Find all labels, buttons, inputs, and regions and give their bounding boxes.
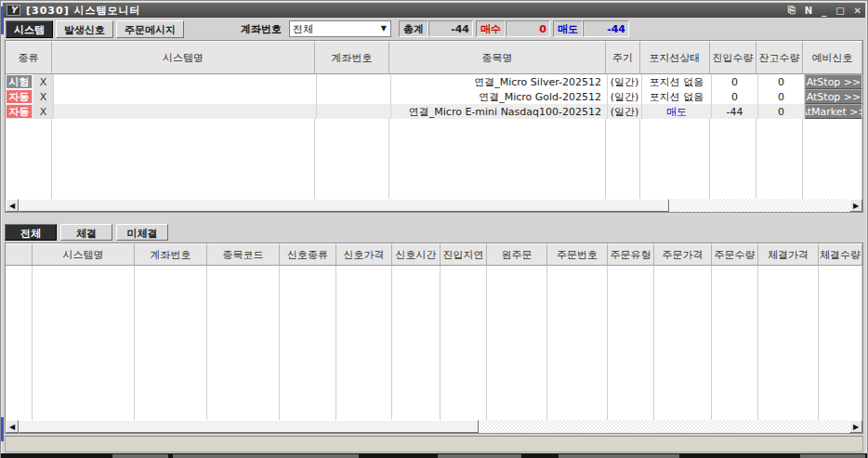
- reserve-signal-button[interactable]: AtMarket >>: [805, 104, 862, 119]
- cell-period: (일간): [608, 74, 642, 89]
- col-system-name[interactable]: 시스템명: [33, 243, 135, 266]
- col-signal-kind[interactable]: 신호종류: [280, 243, 336, 266]
- account-select-value: 전체: [293, 22, 313, 36]
- cell-system-name: [54, 74, 317, 89]
- empty-grid-area: [6, 119, 862, 199]
- popout-icon[interactable]: ⎘: [788, 5, 796, 16]
- col-type[interactable]: 종류: [6, 41, 52, 74]
- col-symbol-code[interactable]: 종목코드: [207, 243, 280, 266]
- scroll-left-icon[interactable]: ◀: [6, 420, 19, 433]
- col-signal-time[interactable]: 신호시간: [392, 243, 441, 266]
- cell-period: (일간): [608, 89, 642, 104]
- buy-label: 매수: [476, 20, 506, 37]
- cell-account: [317, 74, 391, 89]
- background-window-sliver: [1, 7, 4, 34]
- system-table-header: 종류 시스템명 계좌번호 종목명 주기 포지션상태 진입수량 잔고수량 예비신호: [6, 41, 862, 74]
- col-order-price[interactable]: 주문가격: [654, 243, 712, 266]
- col-account[interactable]: 계좌번호: [135, 243, 207, 266]
- col-system-name[interactable]: 시스템명: [52, 41, 315, 74]
- close-icon[interactable]: ✕: [854, 6, 861, 16]
- scroll-right-icon[interactable]: ▶: [849, 420, 862, 433]
- order-table: 시스템명 계좌번호 종목코드 신호종류 신호가격 신호시간 진입지연 원주문 주…: [5, 242, 863, 434]
- cell-symbol: 연결_Micro Gold-202512: [391, 89, 608, 104]
- cell-entry-qty: -44: [712, 104, 758, 119]
- window-title: [3030] 시스템모니터: [26, 4, 141, 18]
- cell-account: [317, 89, 391, 104]
- col-fill-qty[interactable]: 체결수량: [819, 243, 862, 266]
- sell-value: -44: [583, 20, 629, 37]
- tab-unfilled[interactable]: 미체결: [116, 224, 168, 241]
- col-original-order[interactable]: 원주문: [487, 243, 547, 266]
- cell-system-name: [54, 104, 317, 119]
- reserve-signal-button[interactable]: AtStop >>: [805, 74, 862, 89]
- table-row[interactable]: 자동 X 연결_Micro E-mini Nasdaq100-202512 (일…: [6, 104, 862, 119]
- tab-all-orders[interactable]: 전체: [5, 224, 57, 241]
- table-row[interactable]: 자동 X 연결_Micro Gold-202512 (일간) 포지션 없음 0 …: [6, 89, 862, 104]
- system-table: 종류 시스템명 계좌번호 종목명 주기 포지션상태 진입수량 잔고수량 예비신호…: [5, 40, 863, 213]
- titlebar[interactable]: Y [3030] 시스템모니터 ⎘ N _ □ ✕: [3, 3, 865, 18]
- cell-position-state: 포지션 없음: [642, 74, 712, 89]
- col-account[interactable]: 계좌번호: [315, 41, 389, 74]
- row-close-button[interactable]: X: [33, 74, 54, 89]
- tab-order-messages[interactable]: 주문메시지: [116, 20, 184, 38]
- col-order-type[interactable]: 주문유형: [608, 243, 654, 266]
- row-close-button[interactable]: X: [33, 104, 54, 119]
- col-fill-price[interactable]: 체결가격: [758, 243, 819, 266]
- cell-balance-qty: 0: [758, 104, 805, 119]
- row-type-badge: 자동: [7, 105, 33, 118]
- tab-filled[interactable]: 체결: [60, 224, 112, 241]
- cell-entry-qty: 0: [712, 89, 758, 104]
- account-number-label: 계좌번호: [241, 22, 282, 36]
- order-section-tabs: 전체 체결 미체결: [5, 224, 168, 242]
- empty-grid-area: [6, 266, 862, 420]
- toolbar: 시스템 발생신호 주문메시지 계좌번호 전체 ▼ 총계 -44 매수 0 매도 …: [3, 18, 865, 40]
- system-monitor-window: Y [3030] 시스템모니터 ⎘ N _ □ ✕ 시스템 발생신호 주문메시지…: [0, 0, 868, 458]
- scroll-right-icon[interactable]: ▶: [849, 199, 862, 212]
- col-order-number[interactable]: 주문번호: [547, 243, 608, 266]
- row-close-button[interactable]: X: [33, 89, 54, 104]
- scrollbar-thumb[interactable]: [19, 420, 479, 433]
- cell-period: (일간): [608, 104, 642, 119]
- cell-system-name: [54, 89, 317, 104]
- minimize-icon[interactable]: _: [822, 6, 826, 16]
- tab-signals[interactable]: 발생신호: [56, 20, 113, 38]
- cell-position-state: 포지션 없음: [642, 89, 712, 104]
- cell-position-state: 매도: [642, 104, 712, 119]
- row-type-badge: 자동: [7, 90, 33, 103]
- maximize-icon[interactable]: □: [835, 6, 844, 16]
- order-table-header: 시스템명 계좌번호 종목코드 신호종류 신호가격 신호시간 진입지연 원주문 주…: [6, 243, 862, 266]
- col-position-state[interactable]: 포지션상태: [640, 41, 710, 74]
- reserve-signal-button[interactable]: AtStop >>: [805, 89, 862, 104]
- col-balance-qty[interactable]: 잔고수량: [756, 41, 803, 74]
- col-reserve-signal[interactable]: 예비신호: [803, 41, 862, 74]
- scroll-left-icon[interactable]: ◀: [6, 199, 19, 212]
- chevron-down-icon[interactable]: ▼: [381, 24, 387, 33]
- app-logo-icon: Y: [7, 5, 20, 16]
- col-symbol[interactable]: 종목명: [389, 41, 606, 74]
- cell-account: [317, 104, 391, 119]
- cell-entry-qty: 0: [712, 74, 758, 89]
- total-value: -44: [428, 20, 473, 37]
- n-button-icon[interactable]: N: [805, 6, 812, 16]
- horizontal-scrollbar[interactable]: ◀ ▶: [6, 420, 862, 433]
- row-type-badge: 시험: [7, 75, 33, 88]
- tab-system[interactable]: 시스템: [6, 20, 53, 38]
- col-signal-price[interactable]: 신호가격: [336, 243, 392, 266]
- cell-balance-qty: 0: [758, 89, 805, 104]
- buy-value: 0: [506, 20, 550, 37]
- col-entry-qty[interactable]: 진입수량: [710, 41, 756, 74]
- background-window-sliver: [1, 417, 4, 441]
- account-select[interactable]: 전체 ▼: [289, 20, 391, 37]
- cell-symbol: 연결_Micro E-mini Nasdaq100-202512: [391, 104, 608, 119]
- background-window-edge: [1, 453, 867, 458]
- col-period[interactable]: 주기: [606, 41, 640, 74]
- col-blank: [6, 243, 33, 266]
- sell-label: 매도: [553, 20, 583, 37]
- horizontal-scrollbar[interactable]: ◀ ▶: [6, 199, 862, 212]
- col-entry-delay[interactable]: 진입지연: [441, 243, 487, 266]
- scrollbar-thumb[interactable]: [19, 199, 669, 212]
- status-bar: [5, 436, 863, 452]
- total-label: 총계: [399, 20, 428, 37]
- table-row[interactable]: 시험 X 연결_Micro Silver-202512 (일간) 포지션 없음 …: [6, 74, 862, 89]
- col-order-qty[interactable]: 주문수량: [712, 243, 758, 266]
